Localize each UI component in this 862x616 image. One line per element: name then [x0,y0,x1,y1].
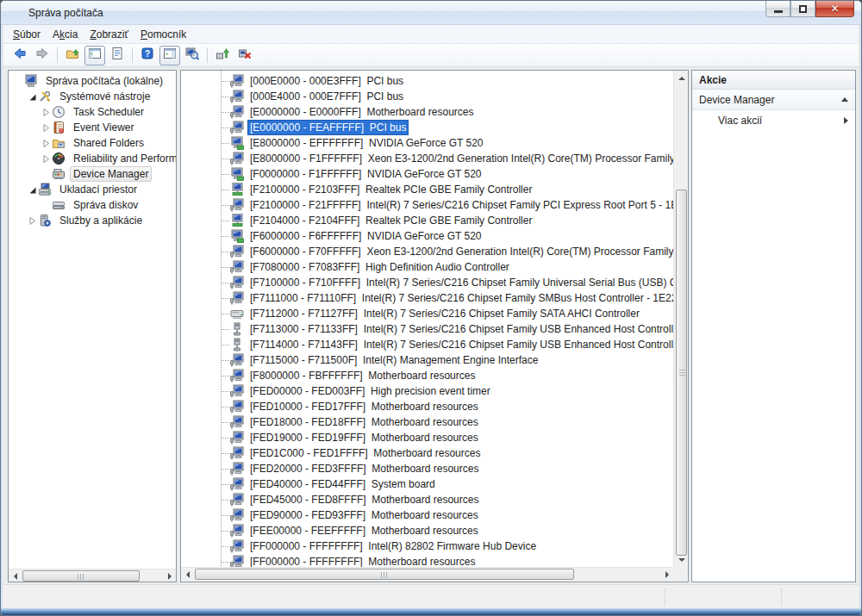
close-button[interactable]: ✕ [815,1,854,17]
tree-item-shared-folders[interactable]: Shared Folders [9,135,176,151]
device-row[interactable]: [E0000000 - FEAFFFFF] PCI bus [182,120,673,135]
minimize-button[interactable] [765,1,790,17]
device-row[interactable]: [F2100000 - F2103FFF] Realtek PCIe GBE F… [182,182,673,197]
uninstall-device-button[interactable] [234,46,255,65]
scroll-left-button[interactable] [181,568,194,581]
device-row[interactable]: [F7113000 - F71133FF] Intel(R) 7 Series/… [182,321,673,337]
titlebar[interactable]: Správa počítača ✕ [1,1,861,25]
device-row[interactable]: [FED18000 - FED18FFF] Motherboard resour… [182,414,673,430]
action-item-more-actions[interactable]: Viac akcií [692,110,855,131]
scrollbar-thumb[interactable] [195,569,574,580]
tree-connector [222,484,229,485]
device-row[interactable]: [FED10000 - FED17FFF] Motherboard resour… [182,399,673,414]
action-pane-toggle-button[interactable] [159,46,180,65]
tree-item-label: Shared Folders [70,135,147,151]
device-row[interactable]: [FED90000 - FED93FFF] Motherboard resour… [182,507,673,523]
toolbar: ? [3,44,859,67]
device-row[interactable]: [FED1C000 - FED1FFFF] Motherboard resour… [182,445,673,461]
device-row-label: [FED45000 - FED8FFFF] Motherboard resour… [247,492,481,507]
menu-item-zobrazi[interactable]: Zobraziť [84,26,134,43]
tree-item-reliability-and-performance[interactable]: Reliability and Performance [9,151,176,166]
tree-item-spr-va-diskov[interactable]: Správa diskov [9,197,176,213]
expander-collapsed-icon[interactable] [40,121,52,134]
update-driver-button[interactable] [212,46,233,65]
tree-item-slu-by-a-aplik-cie[interactable]: Služby a aplikácie [9,213,176,228]
tree-item-event-viewer[interactable]: Event Viewer [9,120,176,135]
computer-icon [9,6,23,20]
actions-group-device-manager[interactable]: Device Manager [692,90,855,110]
device-row[interactable]: [FED00000 - FED003FF] High precision eve… [182,383,673,399]
menu-item-pomocnk[interactable]: Pomocník [134,26,192,43]
device-row[interactable]: [F2100000 - F21FFFFF] Intel(R) 7 Series/… [182,197,673,213]
device-row[interactable]: [F7115000 - F711500F] Intel(R) Managemen… [182,352,673,368]
forward-arrow-button[interactable] [32,46,53,65]
device-row[interactable]: [F2104000 - F2104FFF] Realtek PCIe GBE F… [182,213,673,228]
device-row[interactable]: [E0000000 - E0000FFF] Motherboard resour… [182,104,673,120]
device-row[interactable]: [F7100000 - F710FFFF] Intel(R) 7 Series/… [182,275,673,290]
device-row[interactable]: [000E0000 - 000E3FFF] PCI bus [182,73,673,89]
device-row-label: [F7111000 - F71110FF] Intel(R) 7 Series/… [247,290,673,306]
help-button[interactable]: ? [137,46,158,65]
expander-collapsed-icon[interactable] [26,215,38,227]
console-tree-pane: Správa počítača (lokálne)Systémové nástr… [8,70,177,582]
device-row[interactable]: [F7112000 - F71127FF] Intel(R) 7 Series/… [182,306,673,321]
tree-item-syst-mov-n-stroje[interactable]: Systémové nástroje [9,89,176,104]
restore-button[interactable] [790,1,815,17]
folder-export-button[interactable] [62,46,83,65]
menu-item-sbor[interactable]: Súbor [7,26,47,43]
scan-hardware-button[interactable] [182,46,203,65]
tree-connector [222,159,229,159]
svg-text:?: ? [145,49,150,59]
device-row[interactable]: [E8000000 - F1FFFFFF] Xeon E3-1200/2nd G… [182,151,673,166]
display-adapter-icon [230,167,244,181]
expander-expanded-icon[interactable] [26,90,38,103]
device-row[interactable]: [FED19000 - FED19FFF] Motherboard resour… [182,430,673,445]
expander-collapsed-icon[interactable] [40,106,52,118]
folder-export-icon [66,47,79,64]
scroll-up-button[interactable] [674,71,689,85]
device-row[interactable]: [F7080000 - F7083FFF] High Definition Au… [182,259,673,275]
device-row[interactable]: [FEE00000 - FEEFFFFF] Motherboard resour… [182,523,673,538]
back-arrow-button[interactable] [9,46,30,65]
tree-connector [222,298,229,299]
device-row[interactable]: [F6000000 - F6FFFFFF] NVIDIA GeForce GT … [182,228,673,244]
tree-item-task-scheduler[interactable]: Task Scheduler [9,104,176,120]
task-scheduler-icon [52,105,66,119]
collapse-up-icon[interactable] [841,97,848,102]
expander-collapsed-icon[interactable] [40,137,52,149]
export-list-button[interactable] [107,46,128,65]
device-row[interactable]: [F8000000 - FBFFFFFF] Motherboard resour… [182,368,673,383]
expander-expanded-icon[interactable] [26,184,38,196]
tree-item-ukladac-priestor[interactable]: Ukladací priestor [9,182,176,197]
scroll-down-button[interactable] [674,552,689,567]
system-device-icon [230,431,244,445]
scroll-left-button[interactable] [9,569,22,582]
device-row[interactable]: [F7114000 - F71143FF] Intel(R) 7 Series/… [182,337,673,352]
device-row[interactable]: [000E4000 - 000E7FFF] PCI bus [182,89,673,104]
scrollbar-thumb[interactable] [676,190,687,556]
list-vertical-scrollbar[interactable] [673,71,688,567]
tree-item-label: Device Manager [70,166,152,182]
device-row[interactable]: [FED20000 - FED3FFFF] Motherboard resour… [182,461,673,476]
device-row[interactable]: [F0000000 - F1FFFFFF] NVIDIA GeForce GT … [182,166,673,182]
device-row[interactable]: [FF000000 - FFFFFFFF] Motherboard resour… [182,554,673,567]
console-tree-toggle-button[interactable] [84,46,105,65]
scrollbar-thumb[interactable] [22,570,140,582]
scroll-right-button[interactable] [660,568,673,581]
tree-horizontal-scrollbar[interactable] [9,569,176,582]
tree-connector [222,453,229,454]
device-row[interactable]: [F7111000 - F71110FF] Intel(R) 7 Series/… [182,290,673,306]
device-row-label: [F2100000 - F2103FFF] Realtek PCIe GBE F… [247,182,534,197]
expander-collapsed-icon[interactable] [40,152,52,165]
list-horizontal-scrollbar[interactable] [181,567,673,582]
tree-item-spr-va-po-ta-a-lok-lne-[interactable]: Správa počítača (lokálne) [9,73,176,89]
device-row[interactable]: [E8000000 - EFFFFFFF] NVIDIA GeForce GT … [182,135,673,151]
menu-item-akcia[interactable]: Akcia [47,26,84,43]
help-icon: ? [141,47,154,64]
scroll-right-button[interactable] [163,569,176,582]
tree-item-device-manager[interactable]: Device Manager [9,166,176,182]
device-row[interactable]: [FED40000 - FED44FFF] System board [182,476,673,492]
device-row[interactable]: [FF000000 - FFFFFFFF] Intel(R) 82802 Fir… [182,538,673,554]
device-row[interactable]: [F6000000 - F70FFFFF] Xeon E3-1200/2nd G… [182,244,673,259]
device-row[interactable]: [FED45000 - FED8FFFF] Motherboard resour… [182,492,673,507]
